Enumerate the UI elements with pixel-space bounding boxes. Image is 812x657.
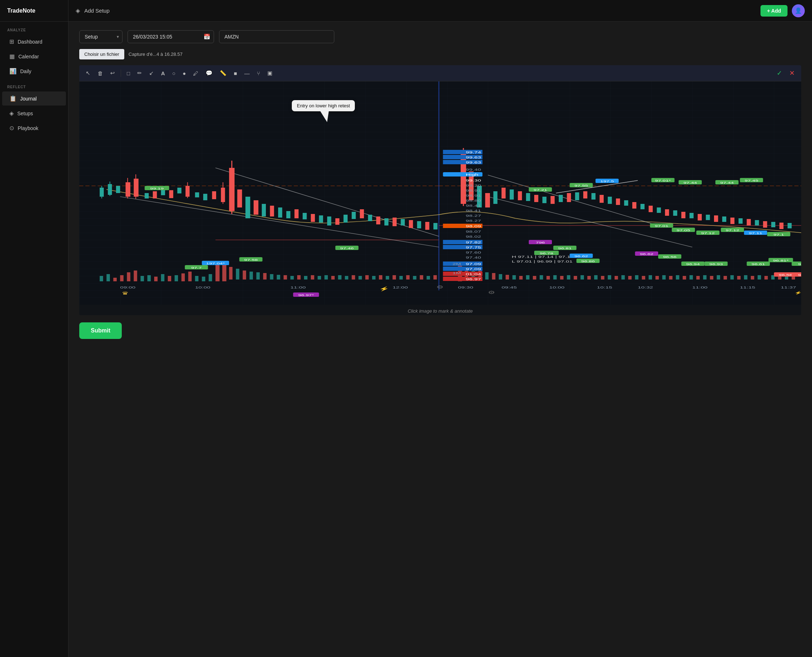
svg-text:96.62: 96.62 <box>640 252 653 256</box>
measure-tool-button[interactable]: 📏 <box>217 68 229 78</box>
svg-text:High: High <box>466 173 478 176</box>
rect-tool-button[interactable]: □ <box>124 69 133 78</box>
svg-rect-80 <box>624 200 628 206</box>
square-tool-button[interactable]: ■ <box>231 69 240 78</box>
svg-text:96.86: 96.86 <box>581 260 595 263</box>
svg-text:97.1: 97.1 <box>773 233 784 236</box>
avatar[interactable]: 👤 <box>792 4 805 17</box>
chart-area[interactable]: 99.74 99.63 99.63 99.40 High 99.30 99.20… <box>79 81 801 305</box>
chart-container[interactable]: ↖ 🗑 ↩ □ ✏ ↙ A ○ ● 🖊 💬 📏 ■ — ⑂ ▣ ✓ ✕ <box>79 65 801 315</box>
svg-text:99.19: 99.19 <box>150 187 164 190</box>
svg-text:99.63: 99.63 <box>466 160 481 164</box>
sidebar-item-dashboard[interactable]: ⊞ Dashboard <box>2 34 66 48</box>
svg-text:197.5: 197.5 <box>600 180 614 183</box>
text-tool-button[interactable]: A <box>158 69 168 78</box>
arrow-tool-button[interactable]: ↙ <box>146 68 157 78</box>
date-input[interactable] <box>128 30 214 43</box>
svg-rect-90 <box>706 215 710 220</box>
svg-rect-167 <box>567 275 570 280</box>
svg-rect-141 <box>372 276 376 280</box>
svg-rect-146 <box>406 275 409 280</box>
file-choose-button[interactable]: Choisir un fichier <box>79 49 124 59</box>
svg-text:97.60: 97.60 <box>466 251 481 254</box>
svg-text:96.56: 96.56 <box>779 273 793 277</box>
svg-text:96.78: 96.78 <box>540 252 553 255</box>
svg-rect-194 <box>751 276 754 280</box>
svg-text:10:32: 10:32 <box>637 286 653 289</box>
svg-rect-190 <box>723 276 726 280</box>
svg-text:98.09: 98.09 <box>466 224 481 228</box>
sidebar-item-daily[interactable]: 📊 Daily <box>2 64 66 78</box>
line-tool-button[interactable]: — <box>242 69 252 78</box>
svg-text:11:15: 11:15 <box>740 286 756 289</box>
cursor-tool-button[interactable]: ↖ <box>83 68 93 78</box>
svg-text:99.40: 99.40 <box>466 168 481 171</box>
svg-text:96.93: 96.93 <box>709 263 723 266</box>
svg-text:97.12: 97.12 <box>701 232 715 235</box>
svg-rect-45 <box>327 216 331 226</box>
svg-rect-174 <box>615 276 618 280</box>
svg-text:98.41: 98.41 <box>466 209 481 213</box>
sidebar-item-setups[interactable]: ◈ Setups <box>2 106 66 120</box>
svg-rect-124 <box>257 272 260 280</box>
svg-text:10:15: 10:15 <box>597 286 613 289</box>
svg-text:97.7: 97.7 <box>191 266 202 269</box>
svg-rect-96 <box>755 220 759 226</box>
symbol-input[interactable] <box>219 30 334 43</box>
svg-rect-186 <box>697 276 700 280</box>
svg-rect-15 <box>116 186 120 193</box>
svg-rect-129 <box>290 276 294 280</box>
svg-rect-170 <box>587 276 591 280</box>
svg-rect-79 <box>616 198 620 205</box>
sidebar-item-playbook[interactable]: ⊙ Playbook <box>2 121 66 135</box>
annotation-callout: Entry on lower high retest <box>292 100 355 111</box>
svg-text:98.02: 98.02 <box>466 235 481 238</box>
svg-rect-196 <box>764 276 768 280</box>
circle-tool-button[interactable]: ○ <box>169 69 178 78</box>
svg-rect-118 <box>215 263 220 281</box>
svg-rect-23 <box>169 190 173 198</box>
svg-rect-187 <box>703 275 706 280</box>
svg-rect-137 <box>345 276 348 280</box>
svg-rect-107 <box>140 276 144 281</box>
svg-text:12:00: 12:00 <box>393 286 408 289</box>
dashboard-icon: ⊞ <box>9 38 14 45</box>
svg-rect-125 <box>263 273 266 280</box>
date-input-wrapper: 📅 <box>128 30 214 43</box>
delete-button[interactable]: 🗑 <box>95 69 106 78</box>
svg-rect-171 <box>594 275 597 280</box>
svg-text:98.27: 98.27 <box>466 214 481 218</box>
svg-rect-47 <box>344 215 348 223</box>
svg-rect-75 <box>583 191 587 198</box>
svg-text:⚙: ⚙ <box>436 285 443 289</box>
pen-tool-button[interactable]: 🖊 <box>190 69 201 78</box>
close-button[interactable]: ✕ <box>786 67 798 79</box>
svg-rect-44 <box>319 215 323 223</box>
svg-rect-29 <box>212 191 216 199</box>
svg-rect-40 <box>287 211 290 218</box>
fork-tool-button[interactable]: ⑂ <box>254 69 263 78</box>
svg-rect-132 <box>311 275 314 280</box>
type-select[interactable]: Setup Trade Note <box>79 30 123 43</box>
add-button[interactable]: + Add <box>761 5 787 17</box>
draw-tool-button[interactable]: ✏ <box>134 68 145 78</box>
undo-button[interactable]: ↩ <box>108 68 118 78</box>
svg-text:97.46: 97.46 <box>340 247 354 250</box>
panel-tool-button[interactable]: ▣ <box>265 68 275 78</box>
sidebar-item-label: Playbook <box>18 125 39 131</box>
svg-rect-136 <box>338 275 341 280</box>
svg-rect-166 <box>560 276 563 280</box>
svg-rect-39 <box>278 207 282 218</box>
svg-text:10:00: 10:00 <box>195 286 210 289</box>
svg-rect-53 <box>393 218 397 226</box>
confirm-button[interactable]: ✓ <box>774 67 785 79</box>
svg-rect-35 <box>245 197 250 218</box>
sidebar-item-journal[interactable]: 📋 Journal <box>2 92 66 106</box>
submit-button[interactable]: Submit <box>79 322 122 339</box>
main-content: ◈ Add Setup + Add 👤 Setup Trade Note ▾ 📅 <box>69 0 812 657</box>
svg-rect-41 <box>294 209 298 218</box>
svg-rect-162 <box>533 276 536 280</box>
speech-tool-button[interactable]: 💬 <box>203 68 215 78</box>
filled-circle-tool-button[interactable]: ● <box>180 69 189 78</box>
sidebar-item-calendar[interactable]: ▦ Calendar <box>2 49 66 64</box>
